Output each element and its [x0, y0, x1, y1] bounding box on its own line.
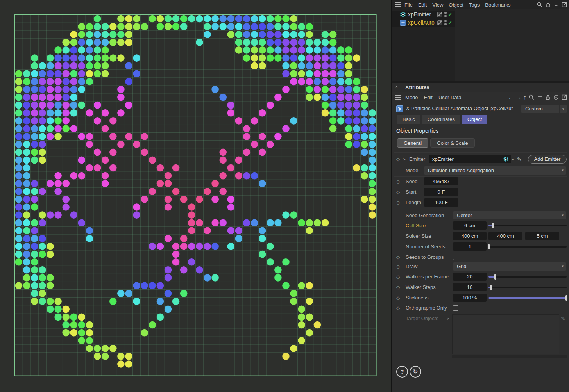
enabled-check-icon[interactable]: ✓ — [448, 19, 453, 27]
orthographic-only-checkbox[interactable] — [453, 305, 458, 311]
expand-chevron-icon[interactable]: > — [447, 314, 449, 323]
resize-dots: ...... — [452, 353, 567, 357]
close-icon[interactable]: × — [395, 84, 398, 89]
target-objects-list[interactable] — [452, 314, 559, 354]
menu-bookmarks[interactable]: Bookmarks — [485, 2, 510, 8]
start-field[interactable]: 0 F — [424, 188, 458, 196]
enabled-check-icon[interactable]: ✓ — [448, 11, 453, 19]
panel-layout-icon[interactable] — [561, 2, 567, 8]
preset-dropdown[interactable]: Custom — [521, 105, 559, 113]
tab-coordinates[interactable]: Coordinates — [422, 115, 460, 124]
object-row-xpemitter[interactable]: xpEmitter ✓ — [392, 11, 455, 19]
seed-field[interactable]: 456487 — [424, 177, 458, 185]
filter-icon[interactable] — [553, 2, 559, 8]
menu-object[interactable]: Object — [449, 2, 463, 8]
object-manager-panel: File Edit View Object Tags Bookmarks — [392, 0, 569, 81]
walkers-per-frame-slider[interactable] — [488, 276, 567, 278]
object-tree-column-divider[interactable] — [455, 9, 455, 81]
help-button[interactable]: ? — [396, 366, 408, 378]
object-name[interactable]: xpCellAuto — [408, 19, 435, 27]
solver-size-y-field[interactable]: 400 cm — [488, 232, 522, 240]
tab-basic[interactable]: Basic — [397, 115, 420, 124]
emitter-dropdown-arrow[interactable]: ▾ — [512, 155, 514, 164]
menu-view[interactable]: View — [432, 2, 443, 8]
keyframe-diamond-icon[interactable]: ◇ — [396, 304, 400, 312]
filter-icon[interactable] — [537, 94, 543, 100]
menu-tags[interactable]: Tags — [469, 2, 480, 8]
expand-chevron-icon[interactable]: > — [403, 155, 405, 164]
keyframe-diamond-icon[interactable]: ◇ — [396, 283, 400, 292]
panel-title: Attributes — [405, 84, 429, 90]
stickiness-label: Stickiness — [406, 294, 429, 302]
walker-steps-slider[interactable] — [488, 287, 567, 288]
list-resize-handle[interactable]: ...... — [452, 355, 567, 358]
dla-grid-canvas — [0, 0, 391, 392]
search-icon[interactable] — [528, 94, 535, 100]
keyframe-diamond-icon[interactable]: ◇ — [396, 177, 400, 186]
keyframe-diamond-icon[interactable]: ◇ — [396, 294, 400, 302]
emitter-link-field[interactable]: xpEmitter — [429, 155, 511, 163]
number-of-seeds-label: Number of Seeds — [406, 242, 445, 251]
keyframe-diamond-icon[interactable]: ◇ — [396, 155, 400, 164]
selected-object-header: X-Particles Cellular Automata Object [xp… — [392, 105, 569, 114]
menu-mode[interactable]: Mode — [405, 94, 418, 100]
external-window-icon[interactable] — [561, 94, 567, 100]
back-icon[interactable]: ← — [508, 94, 514, 100]
keyframe-diamond-icon[interactable]: ◇ — [396, 253, 400, 262]
target-objects-label: Target Objects — [406, 314, 438, 323]
solver-size-z-field[interactable]: 5 cm — [525, 232, 559, 240]
mode-dropdown[interactable]: Diffusion Limited Aggregation▾ — [424, 166, 566, 175]
seed-generation-dropdown[interactable]: Center▾ — [453, 211, 566, 219]
emitter-label: Emitter — [409, 155, 425, 164]
subtab-color-scale[interactable]: Color & Scale — [430, 138, 474, 148]
row-solver-size: Solver Size 400 cm 400 cm 5 cm — [392, 232, 569, 241]
hamburger-menu-icon[interactable] — [395, 2, 401, 7]
mode-label: Mode — [406, 166, 419, 175]
keyframe-diamond-icon[interactable]: ◇ — [396, 262, 400, 271]
walkers-per-frame-field[interactable]: 20 — [453, 273, 487, 281]
subtab-general[interactable]: General — [397, 138, 428, 148]
object-row-xpcellauto[interactable]: xpCellAuto ✓ — [392, 19, 455, 27]
up-icon[interactable]: ↑ — [524, 94, 527, 100]
menu-edit[interactable]: Edit — [424, 94, 433, 100]
lock-icon[interactable] — [545, 94, 551, 100]
solver-size-x-field[interactable]: 400 cm — [453, 232, 487, 240]
menu-edit[interactable]: Edit — [418, 2, 427, 8]
menu-file[interactable]: File — [404, 2, 413, 8]
reset-button[interactable]: ↻ — [410, 366, 421, 378]
number-of-seeds-field[interactable]: 1 — [453, 242, 487, 251]
preset-dropdown-arrow[interactable]: ▾ — [560, 105, 567, 113]
menu-user-data[interactable]: User Data — [438, 94, 462, 100]
cinema4d-window: File Edit View Object Tags Bookmarks — [0, 0, 569, 392]
forward-icon[interactable]: → — [516, 94, 522, 100]
cell-size-slider[interactable] — [488, 225, 567, 226]
keyframe-diamond-icon[interactable]: ◇ — [396, 188, 400, 196]
keyframe-diamond-icon[interactable]: ◇ — [396, 198, 400, 207]
eyedropper-icon[interactable]: ✎ — [517, 155, 522, 164]
tab-object[interactable]: Object — [462, 115, 488, 124]
walker-steps-field[interactable]: 10 — [453, 283, 487, 291]
orthographic-only-label: Orthographic Only — [406, 304, 447, 312]
search-icon[interactable] — [537, 2, 543, 8]
track-target-icon[interactable] — [553, 94, 559, 100]
right-panel: File Edit View Object Tags Bookmarks — [392, 0, 569, 392]
hamburger-menu-icon[interactable] — [395, 95, 401, 100]
layer-toggle-icon[interactable] — [437, 12, 442, 17]
layer-toggle-icon[interactable] — [437, 20, 442, 25]
eyedropper-icon[interactable]: ✎ — [561, 314, 565, 323]
number-of-seeds-slider[interactable] — [488, 246, 567, 248]
draw-dropdown[interactable]: Grid▾ — [453, 262, 566, 271]
cell-size-field[interactable]: 6 cm — [453, 221, 487, 230]
seeds-to-groups-checkbox[interactable] — [453, 255, 458, 260]
add-emitter-button[interactable]: Add Emitter — [528, 155, 567, 164]
viewport-3d[interactable] — [0, 0, 391, 392]
home-icon[interactable] — [545, 2, 551, 8]
object-tree: xpEmitter ✓ — [392, 9, 569, 81]
stickiness-field[interactable]: 100 % — [453, 294, 487, 302]
stickiness-slider[interactable] — [488, 297, 567, 299]
keyframe-diamond-icon[interactable]: ◇ — [396, 273, 400, 281]
length-field[interactable]: 100 F — [424, 198, 458, 207]
attributes-panel: × Attributes Mode Edit User Data ← → ↑ — [392, 83, 569, 392]
attributes-titlebar: × Attributes — [392, 83, 569, 92]
object-name[interactable]: xpEmitter — [408, 11, 431, 19]
